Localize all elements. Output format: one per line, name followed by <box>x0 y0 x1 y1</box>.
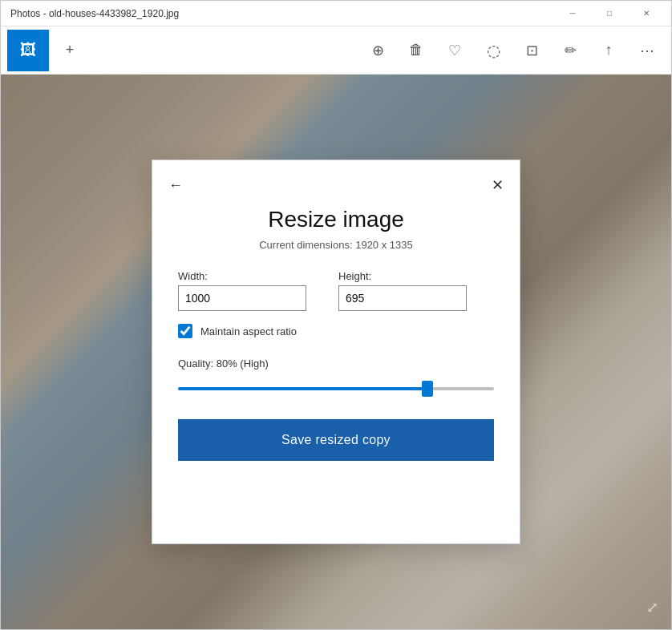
width-input[interactable] <box>178 285 306 311</box>
quality-label: Quality: 80% (High) <box>178 357 494 370</box>
back-icon: ← <box>168 177 183 194</box>
edit-icon: ✏ <box>565 42 577 59</box>
modal-subtitle: Current dimensions: 1920 x 1335 <box>152 239 520 270</box>
height-label: Height: <box>338 270 467 282</box>
photos-home-button[interactable]: 🖼 <box>7 30 49 71</box>
info-button[interactable]: ◌ <box>476 33 511 68</box>
height-field-group: Height: <box>338 270 467 311</box>
toolbar: 🖼 + ⊕ 🗑 ♡ ◌ ⊡ ✏ ↑ ⋯ <box>1 26 671 75</box>
title-bar: Photos - old-houses-4433982_1920.jpg ─ □… <box>1 1 671 26</box>
quality-slider-container <box>178 379 494 394</box>
share-icon: ↑ <box>605 42 613 59</box>
heart-icon: ♡ <box>448 42 461 59</box>
window-close-icon: ✕ <box>643 9 650 18</box>
maximize-icon: □ <box>607 9 612 18</box>
aspect-ratio-row: Maintain aspect ratio <box>178 324 494 338</box>
aspect-ratio-checkbox[interactable] <box>178 324 192 338</box>
minimize-button[interactable]: ─ <box>554 1 591 26</box>
add-button[interactable]: + <box>52 33 87 68</box>
quality-slider[interactable] <box>178 387 494 390</box>
photo-viewer: ⤢ ← ✕ Resize image Current dimensions: 1… <box>1 75 671 629</box>
modal-overlay: ← ✕ Resize image Current dimensions: 192… <box>1 75 671 629</box>
window-title: Photos - old-houses-4433982_1920.jpg <box>7 8 554 19</box>
share-button[interactable]: ↑ <box>591 33 626 68</box>
modal-close-button[interactable]: ✕ <box>488 173 507 197</box>
resize-dialog: ← ✕ Resize image Current dimensions: 192… <box>152 160 520 544</box>
dimensions-row: Width: Height: <box>178 270 494 311</box>
window-close-button[interactable]: ✕ <box>628 1 665 26</box>
app-window: Photos - old-houses-4433982_1920.jpg ─ □… <box>0 0 672 630</box>
delete-icon: 🗑 <box>409 42 423 59</box>
info-icon: ◌ <box>487 41 500 60</box>
more-button[interactable]: ⋯ <box>629 33 665 68</box>
minimize-icon: ─ <box>569 9 575 18</box>
modal-body: Width: Height: Maintain aspect ratio <box>152 270 520 487</box>
modal-title: Resize image <box>152 197 520 239</box>
photos-icon: 🖼 <box>20 41 36 59</box>
more-icon: ⋯ <box>640 42 654 59</box>
crop-icon: ⊡ <box>526 42 538 59</box>
modal-close-icon: ✕ <box>492 176 504 194</box>
modal-back-button[interactable]: ← <box>165 174 186 197</box>
width-label: Width: <box>178 270 306 282</box>
delete-button[interactable]: 🗑 <box>399 33 434 68</box>
save-resized-copy-button[interactable]: Save resized copy <box>178 419 494 461</box>
crop-button[interactable]: ⊡ <box>514 33 549 68</box>
modal-header: ← ✕ <box>152 160 520 197</box>
edit-button[interactable]: ✏ <box>553 33 588 68</box>
zoom-button[interactable]: ⊕ <box>360 33 395 68</box>
add-icon: + <box>66 42 75 59</box>
height-input[interactable] <box>338 285 467 311</box>
zoom-icon: ⊕ <box>372 42 384 59</box>
window-controls: ─ □ ✕ <box>554 1 665 26</box>
maximize-button[interactable]: □ <box>591 1 628 26</box>
aspect-ratio-label[interactable]: Maintain aspect ratio <box>200 325 297 337</box>
width-field-group: Width: <box>178 270 306 311</box>
heart-button[interactable]: ♡ <box>437 33 472 68</box>
